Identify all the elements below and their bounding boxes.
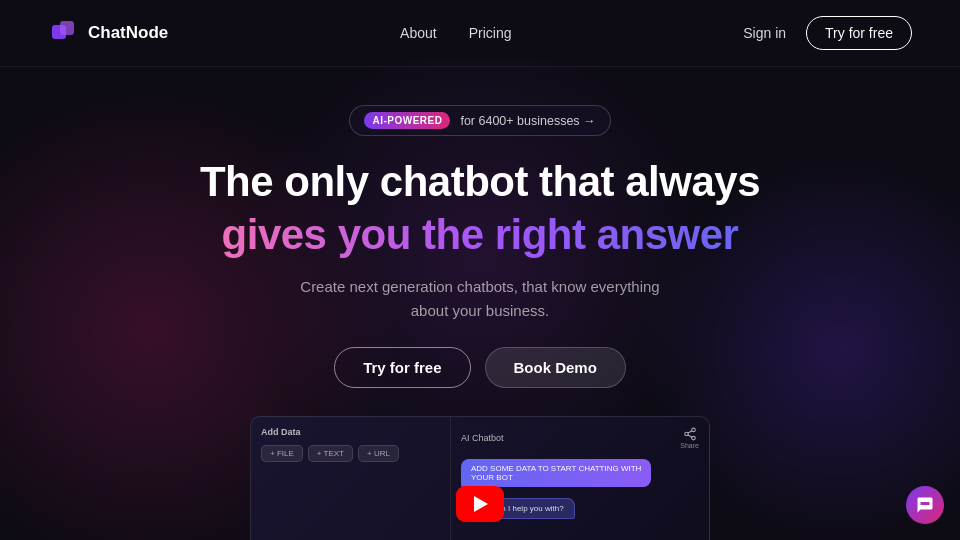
svg-line-5 [688, 435, 692, 437]
svg-point-2 [691, 428, 695, 432]
share-button[interactable]: Share [680, 427, 699, 449]
try-free-nav-button[interactable]: Try for free [806, 16, 912, 50]
video-play-button[interactable] [456, 486, 504, 522]
share-label: Share [680, 442, 699, 449]
preview-chatbot-header: AI Chatbot Share [461, 427, 699, 449]
preview-add-data-title: Add Data [261, 427, 440, 437]
add-url-button[interactable]: + URL [358, 445, 399, 462]
try-free-hero-button[interactable]: Try for free [334, 347, 470, 388]
hero-title-line1: The only chatbot that always [200, 158, 760, 206]
ai-powered-badge[interactable]: AI-POWERED for 6400+ businesses → [349, 105, 610, 136]
svg-line-6 [688, 430, 692, 432]
chat-widget-icon [916, 496, 934, 514]
play-icon [474, 496, 488, 512]
logo[interactable]: ChatNode [48, 17, 168, 49]
svg-point-3 [684, 432, 688, 436]
nav-link-pricing[interactable]: Pricing [469, 25, 512, 41]
preview-add-data-panel: Add Data + FILE + TEXT + URL [251, 417, 451, 540]
nav-actions: Sign in Try for free [743, 16, 912, 50]
svg-point-4 [691, 436, 695, 440]
hero-subtitle: Create next generation chatbots, that kn… [290, 275, 670, 323]
hero-title: The only chatbot that always gives you t… [200, 158, 760, 261]
badge-pill-label: AI-POWERED [364, 112, 450, 129]
signin-link[interactable]: Sign in [743, 25, 786, 41]
chat-widget-button[interactable] [906, 486, 944, 524]
share-icon [683, 427, 697, 441]
logo-text: ChatNode [88, 23, 168, 43]
badge-description: for 6400+ businesses → [460, 114, 595, 128]
hero-buttons: Try for free Book Demo [334, 347, 626, 388]
nav-links: About Pricing [400, 25, 511, 41]
nav-link-about[interactable]: About [400, 25, 437, 41]
add-file-button[interactable]: + FILE [261, 445, 303, 462]
hero-section: AI-POWERED for 6400+ businesses → The on… [0, 67, 960, 388]
book-demo-button[interactable]: Book Demo [485, 347, 626, 388]
svg-rect-1 [60, 21, 74, 35]
preview-add-buttons: + FILE + TEXT + URL [261, 445, 440, 462]
preview-chatbot-title: AI Chatbot [461, 433, 504, 443]
logo-icon [48, 17, 80, 49]
chat-bubble-1: ADD SOME DATA TO START CHATTING WITH YOU… [461, 459, 651, 487]
navbar: ChatNode About Pricing Sign in Try for f… [0, 0, 960, 67]
hero-title-line2: gives you the right answer [200, 210, 760, 260]
add-text-button[interactable]: + TEXT [308, 445, 353, 462]
